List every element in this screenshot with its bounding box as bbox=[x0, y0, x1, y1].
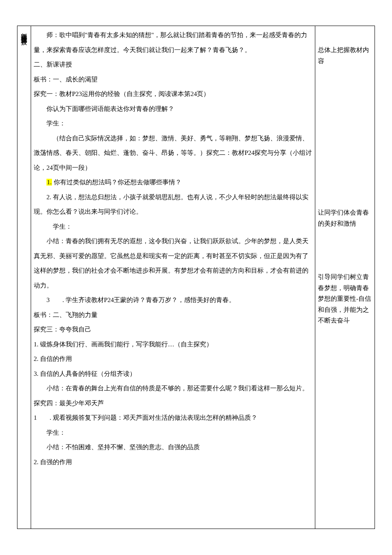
section-heading-new: 二、新课讲授 bbox=[34, 57, 312, 72]
side-note-1: 总体上把握教材内容 bbox=[318, 45, 372, 67]
inquiry-3-item1: 1. 锻炼身体我们行、画画我们能行，写字我能行…（自主探究） bbox=[34, 337, 312, 352]
student-label-3: 学生： bbox=[34, 425, 312, 440]
inquiry-2-q2: 2. 有人说，想法总归想法，小孩子就爱胡思乱想。也有人说，不少人年轻时的想法最终… bbox=[34, 190, 312, 219]
teacher-intro: 师：歌中唱到"青春有太多未知的猜想"，那么就让我们踏着青春的节拍，来一起感受青春… bbox=[34, 28, 312, 57]
side-note-2: 让同学们体会青春的美好和激情 bbox=[318, 207, 372, 229]
section-label: 新课讲授新课讲授 bbox=[20, 28, 28, 35]
board-note-1: 板书：一、成长的渴望 bbox=[34, 72, 312, 87]
board-note-2: 板书：二、飞翔的力量 bbox=[34, 308, 312, 323]
summary-1: 小结：青春的我们拥有无尽的遐想，这令我们兴奋，让我们跃跃欲试。少年的梦想，是人类… bbox=[34, 234, 312, 293]
summary-3: 小结：不怕困难、坚持不懈、坚强的意志、自强的品质 bbox=[34, 440, 312, 455]
inquiry-4-q1: 1 . 观看视频答复下列问题：邓天芦面对生活的做法表现出怎样的精神品质？ bbox=[34, 410, 312, 425]
section-label-cell: 新课讲授新课讲授 bbox=[17, 26, 31, 529]
side-notes-cell: 总体上把握教材内容 让同学们体会青春的美好和激情 引导同学们树立青春梦想，明确青… bbox=[315, 26, 375, 529]
inquiry-1-title: 探究一：教材P23运用你的经验（自主探究，阅读课本第24页） bbox=[34, 87, 312, 102]
activity-poem: 3 . 学生齐读教材P24王蒙的诗？青春万岁？，感悟美好的青春。 bbox=[34, 293, 312, 308]
highlight-marker: 1. bbox=[46, 179, 52, 186]
inquiry-3-item2: 2. 自信的作用 bbox=[34, 352, 312, 366]
inquiry-3-item3: 3. 自信的人具备的特征（分组齐读） bbox=[34, 366, 312, 381]
student-label-1: 学生： bbox=[34, 116, 312, 131]
main-content-cell: 师：歌中唱到"青春有太多未知的猜想"，那么就让我们踏着青春的节拍，来一起感受青春… bbox=[31, 26, 315, 529]
inquiry-4-title: 探究四：最美少年邓天芦 bbox=[34, 396, 312, 411]
inquiry-2-q1: 1. 你有过类似的想法吗？你还想去做哪些事情？ bbox=[34, 175, 312, 190]
summary-2: 小结：在青春的舞台上光有自信的特质是不够的，那还需要什么呢？我们看这样一那么短片… bbox=[34, 381, 312, 396]
inquiry-3-title: 探究三：夸夸我自己 bbox=[34, 322, 312, 337]
inquiry-4-item2: 2. 自强的作用 bbox=[34, 455, 312, 470]
side-note-3: 引导同学们树立青春梦想，明确青春梦想的重要性-自信和自强，并能为之不断去奋斗 bbox=[318, 272, 372, 326]
inquiry-1-words: （结合自己实际情况选择，如：梦想、激情、美好、勇气，等翱翔、梦想飞扬、浪漫爱情、… bbox=[34, 131, 312, 175]
student-label-2: 学生： bbox=[34, 219, 312, 234]
inquiry-1-question: 你认为下面哪些词语能表达你对青春的理解？ bbox=[34, 102, 312, 116]
lesson-plan-table: 新课讲授新课讲授 师：歌中唱到"青春有太多未知的猜想"，那么就让我们踏着青春的节… bbox=[17, 26, 375, 529]
